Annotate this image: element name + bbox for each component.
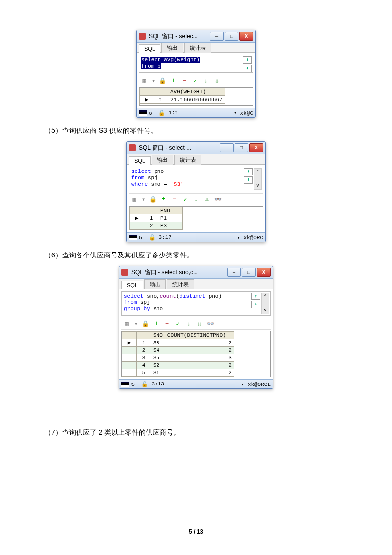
fetch-all-button[interactable]: ⇊ (196, 320, 203, 327)
titlebar[interactable]: SQL 窗口 - select sno,c... — □ X (119, 266, 273, 279)
row-num: 1 (144, 214, 158, 222)
fetch-button[interactable]: ⇣ (193, 196, 199, 203)
nav-up-button[interactable]: ⬆ (244, 168, 253, 175)
maximize-button[interactable]: □ (225, 32, 238, 41)
cell[interactable]: P3 (158, 222, 183, 230)
fn: count (160, 293, 176, 299)
remove-button[interactable]: − (181, 77, 188, 84)
result-grid[interactable]: PNO ▶1P1 2P3 (129, 206, 263, 230)
cursor-pos: 1:1 (168, 110, 178, 116)
cell[interactable]: 3 (165, 354, 234, 362)
tab-bar: SQL 输出 统计表 (127, 154, 265, 165)
cell[interactable]: S5 (151, 354, 165, 362)
maximize-button[interactable]: □ (235, 143, 248, 152)
sql-string: 'S3' (170, 181, 183, 187)
nav-up-button[interactable]: ⬆ (251, 293, 260, 300)
window-title: SQL 窗口 - selec... (149, 32, 210, 41)
tab-sql[interactable]: SQL (129, 156, 151, 165)
refresh-icon[interactable]: ↻ (131, 381, 135, 387)
fetch-button[interactable]: ⇣ (202, 77, 209, 84)
toolbar: ▦▾ 🔒 + − ✓ ⇣ ⇊ 👓 (129, 193, 263, 205)
window-title: SQL 窗口 - select ... (139, 144, 220, 152)
col-header[interactable]: AVG(WEIGHT) (168, 88, 225, 96)
tab-stats[interactable]: 统计表 (174, 155, 201, 165)
titlebar[interactable]: SQL 窗口 - selec... — □ X (137, 30, 255, 43)
tab-output[interactable]: 输出 (152, 155, 173, 165)
scrollbar[interactable]: ^v (254, 168, 262, 190)
grid-icon[interactable]: ▦ (141, 77, 148, 84)
close-button[interactable]: X (239, 32, 253, 41)
connection-label[interactable]: ▾ xk@ORC (237, 234, 263, 241)
tab-bar: SQL 输出 统计表 (119, 279, 273, 289)
close-button[interactable]: X (257, 268, 271, 277)
commit-button[interactable]: ✓ (174, 320, 181, 327)
cell[interactable]: S2 (151, 362, 165, 369)
fetch-all-button[interactable]: ⇊ (213, 77, 220, 84)
kw: where (131, 181, 148, 187)
result-grid[interactable]: AVG(WEIGHT) ▶121.1666666666667 (139, 87, 253, 106)
lock-status-icon: 🔓 (141, 381, 148, 387)
status-bar: ↻ 🔓 3:17 ▾ xk@ORC (127, 232, 265, 242)
add-button[interactable]: + (160, 196, 167, 203)
fetch-button[interactable]: ⇣ (185, 320, 192, 327)
refresh-icon[interactable]: ↻ (139, 234, 142, 241)
sql-editor[interactable]: select sno,count(distinct pno) from spj … (121, 291, 271, 316)
connection-label[interactable]: ▾ xk@ORCL (241, 381, 271, 387)
nav-up-button[interactable]: ⬆ (243, 56, 252, 64)
tab-stats[interactable]: 统计表 (184, 43, 211, 53)
scrollbar[interactable]: ^v (261, 293, 269, 314)
sql-editor[interactable]: select pno from spj where sno = 'S3' ^v … (129, 167, 263, 191)
minimize-button[interactable]: — (220, 143, 234, 152)
cell[interactable]: 2 (165, 362, 234, 369)
cell[interactable]: S1 (151, 369, 165, 377)
find-button[interactable]: 👓 (214, 196, 221, 203)
cell[interactable]: 21.1666666666667 (168, 96, 225, 104)
maximize-button[interactable]: □ (242, 268, 256, 277)
kw: from (131, 175, 144, 181)
close-button[interactable]: X (249, 143, 263, 152)
add-button[interactable]: + (153, 320, 159, 327)
cell[interactable]: 2 (165, 369, 234, 377)
remove-button[interactable]: − (163, 320, 170, 327)
lock-icon[interactable]: 🔒 (142, 320, 149, 327)
add-button[interactable]: + (170, 77, 177, 84)
result-grid[interactable]: SNOCOUNT(DISTINCTPNO) ▶1S32 2S42 3S53 4S… (121, 331, 271, 377)
col-header[interactable]: PNO (158, 207, 183, 214)
nav-down-button[interactable]: ⬇ (244, 176, 253, 184)
cell[interactable]: 2 (165, 339, 234, 347)
flag-icon (121, 382, 129, 387)
tab-sql[interactable]: SQL (121, 281, 143, 289)
cell[interactable]: P1 (158, 214, 183, 222)
row-num: 3 (137, 354, 151, 362)
row-num: 1 (154, 96, 168, 104)
tab-output[interactable]: 输出 (144, 279, 166, 289)
remove-button[interactable]: − (171, 196, 178, 203)
commit-button[interactable]: ✓ (182, 196, 189, 203)
connection-label[interactable]: ▾ xk@C (234, 110, 253, 116)
minimize-button[interactable]: — (210, 32, 224, 41)
fetch-all-button[interactable]: ⇊ (203, 196, 210, 203)
sql-editor[interactable]: select avg(weight) from p ⬆ ⬇ (139, 55, 253, 73)
cell[interactable]: S4 (151, 347, 165, 354)
lock-icon[interactable]: 🔒 (149, 196, 156, 203)
lock-icon[interactable]: 🔒 (159, 77, 166, 84)
grid-icon[interactable]: ▦ (131, 196, 138, 203)
grid-icon[interactable]: ▦ (123, 320, 130, 327)
commit-button[interactable]: ✓ (192, 77, 198, 84)
tab-sql[interactable]: SQL (139, 44, 160, 53)
sql-text: spj (137, 299, 150, 305)
minimize-button[interactable]: — (227, 268, 241, 277)
titlebar[interactable]: SQL 窗口 - select ... — □ X (127, 142, 265, 154)
tab-output[interactable]: 输出 (161, 43, 183, 53)
lock-status-icon: 🔓 (158, 110, 165, 116)
cell[interactable]: S3 (151, 339, 165, 347)
nav-down-button[interactable]: ⬇ (251, 301, 260, 308)
col-header[interactable]: COUNT(DISTINCTPNO) (165, 332, 234, 339)
cell[interactable]: 2 (165, 347, 234, 354)
refresh-icon[interactable]: ↻ (149, 110, 152, 116)
flag-icon (139, 110, 147, 116)
col-header[interactable]: SNO (151, 332, 165, 339)
find-button[interactable]: 👓 (207, 320, 214, 327)
tab-stats[interactable]: 统计表 (167, 279, 194, 289)
nav-down-button[interactable]: ⬇ (243, 65, 252, 72)
